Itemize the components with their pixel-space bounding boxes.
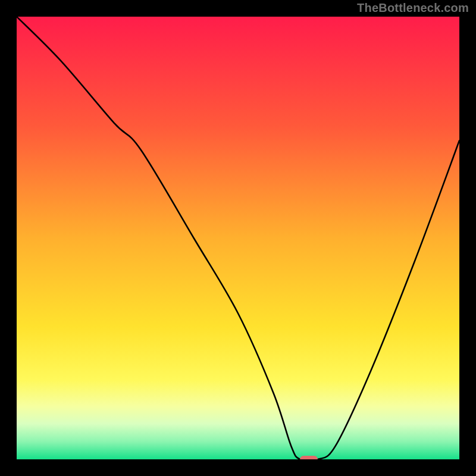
optimum-marker xyxy=(300,456,318,459)
chart-svg xyxy=(17,17,459,459)
plot-area xyxy=(17,17,459,459)
watermark-text: TheBottleneck.com xyxy=(357,1,469,15)
gradient-background xyxy=(17,17,459,459)
chart-frame: TheBottleneck.com xyxy=(0,0,476,476)
